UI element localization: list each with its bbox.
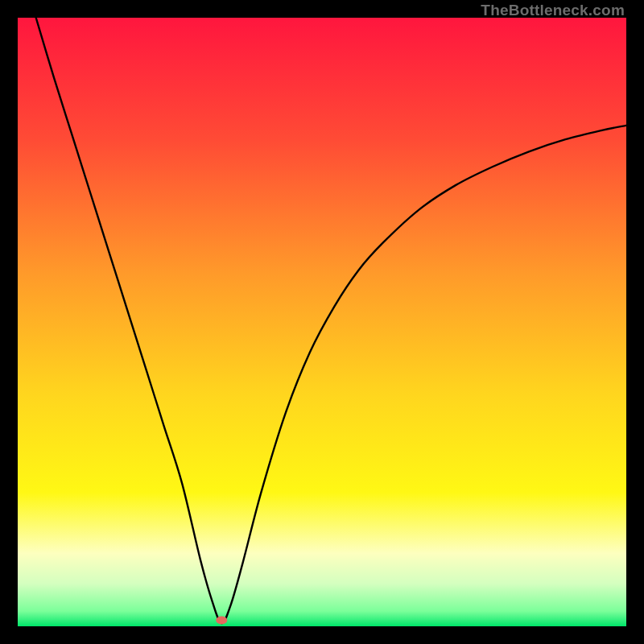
chart-marker <box>216 616 227 624</box>
watermark-text: TheBottleneck.com <box>481 2 625 19</box>
chart-frame <box>18 18 626 626</box>
chart-background <box>18 18 626 626</box>
chart-svg <box>18 18 626 626</box>
